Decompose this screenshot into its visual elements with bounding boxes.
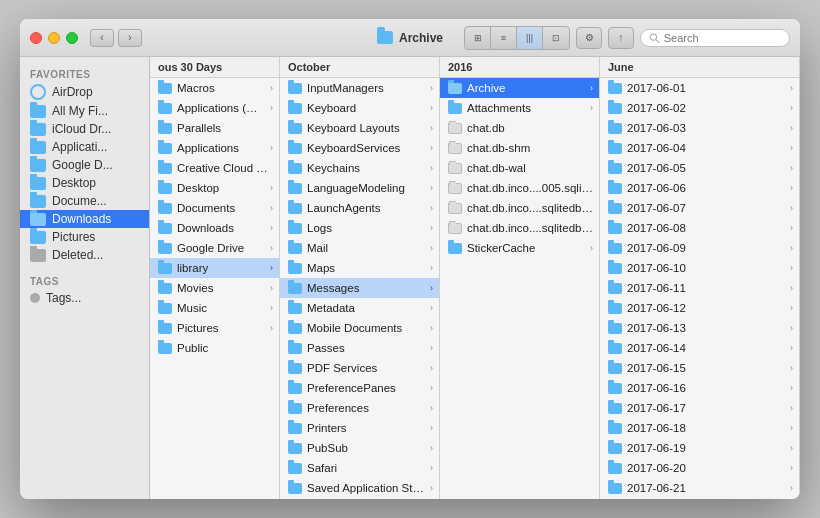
list-item[interactable]: 2017-06-13 › bbox=[600, 318, 799, 338]
item-label: Safari bbox=[307, 462, 425, 474]
list-item[interactable]: 2017-06-19 › bbox=[600, 438, 799, 458]
list-item[interactable]: 2017-06-12 › bbox=[600, 298, 799, 318]
sidebar-item-desktop[interactable]: Desktop bbox=[20, 174, 149, 192]
list-item[interactable]: Macros › bbox=[150, 78, 279, 98]
share-button[interactable]: ↑ bbox=[608, 27, 634, 49]
sidebar-item-tags[interactable]: Tags... bbox=[20, 289, 149, 307]
list-item[interactable]: Movies › bbox=[150, 278, 279, 298]
list-item[interactable]: Attachments › bbox=[440, 98, 599, 118]
list-item[interactable]: Keychains › bbox=[280, 158, 439, 178]
list-item[interactable]: 2017-06-21 › bbox=[600, 478, 799, 498]
list-item[interactable]: 2017-06-14 › bbox=[600, 338, 799, 358]
list-item[interactable]: 2017-06-15 › bbox=[600, 358, 799, 378]
list-item[interactable]: chat.db-wal bbox=[440, 158, 599, 178]
maximize-button[interactable] bbox=[66, 32, 78, 44]
list-item[interactable]: Passes › bbox=[280, 338, 439, 358]
list-item[interactable]: chat.db-shm bbox=[440, 138, 599, 158]
cover-view-button[interactable]: ⊡ bbox=[543, 27, 569, 49]
search-box[interactable] bbox=[640, 29, 790, 47]
list-item[interactable]: 2017-06-04 › bbox=[600, 138, 799, 158]
list-item[interactable]: 2017-06-17 › bbox=[600, 398, 799, 418]
list-item[interactable]: 2017-06-16 › bbox=[600, 378, 799, 398]
action-button[interactable]: ⚙ bbox=[576, 27, 602, 49]
list-item[interactable]: Screen Savers › bbox=[280, 498, 439, 499]
list-item[interactable]: 2017-06-07 › bbox=[600, 198, 799, 218]
list-item[interactable]: chat.db bbox=[440, 118, 599, 138]
list-item[interactable]: 2017-06-05 › bbox=[600, 158, 799, 178]
list-item[interactable]: Parallels bbox=[150, 118, 279, 138]
list-item[interactable]: Applications (Parallels) › bbox=[150, 98, 279, 118]
list-item[interactable]: 2017-06-10 › bbox=[600, 258, 799, 278]
list-item[interactable]: Pictures › bbox=[150, 318, 279, 338]
list-item[interactable]: Desktop › bbox=[150, 178, 279, 198]
list-item[interactable]: KeyboardServices › bbox=[280, 138, 439, 158]
list-item[interactable]: Public bbox=[150, 338, 279, 358]
list-view-button[interactable]: ≡ bbox=[491, 27, 517, 49]
list-item[interactable]: 2017-06-22 › bbox=[600, 498, 799, 499]
list-item[interactable]: 2017-06-08 › bbox=[600, 218, 799, 238]
list-item[interactable]: chat.db.inco....sqlitedb-shm bbox=[440, 198, 599, 218]
list-item[interactable]: library › bbox=[150, 258, 279, 278]
list-item[interactable]: Keyboard Layouts › bbox=[280, 118, 439, 138]
icon-view-button[interactable]: ⊞ bbox=[465, 27, 491, 49]
list-item[interactable]: Downloads › bbox=[150, 218, 279, 238]
list-item[interactable]: 2017-06-06 › bbox=[600, 178, 799, 198]
sidebar-item-deleted[interactable]: Deleted... bbox=[20, 246, 149, 264]
list-item[interactable]: LaunchAgents › bbox=[280, 198, 439, 218]
sidebar-item-google-drive[interactable]: Google D... bbox=[20, 156, 149, 174]
list-item[interactable]: Maps › bbox=[280, 258, 439, 278]
sidebar-item-documents[interactable]: Docume... bbox=[20, 192, 149, 210]
close-button[interactable] bbox=[30, 32, 42, 44]
list-item[interactable]: Printers › bbox=[280, 418, 439, 438]
list-item[interactable]: Logs › bbox=[280, 218, 439, 238]
list-item[interactable]: 2017-06-20 › bbox=[600, 458, 799, 478]
list-item[interactable]: Metadata › bbox=[280, 298, 439, 318]
forward-button[interactable]: › bbox=[118, 29, 142, 47]
list-item[interactable]: LanguageModeling › bbox=[280, 178, 439, 198]
list-item[interactable]: Archive › bbox=[440, 78, 599, 98]
back-button[interactable]: ‹ bbox=[90, 29, 114, 47]
list-item[interactable]: Mobile Documents › bbox=[280, 318, 439, 338]
list-item[interactable]: 2017-06-09 › bbox=[600, 238, 799, 258]
list-item[interactable]: 2017-06-11 › bbox=[600, 278, 799, 298]
list-item[interactable]: 2017-06-03 › bbox=[600, 118, 799, 138]
list-item[interactable]: Music › bbox=[150, 298, 279, 318]
sidebar-item-icloud[interactable]: iCloud Dr... bbox=[20, 120, 149, 138]
list-item[interactable]: chat.db.inco....sqlitedb-wal bbox=[440, 218, 599, 238]
list-item[interactable]: Google Drive › bbox=[150, 238, 279, 258]
list-item[interactable]: PreferencePanes › bbox=[280, 378, 439, 398]
list-item[interactable]: 2017-06-01 › bbox=[600, 78, 799, 98]
list-item[interactable]: StickerCache › bbox=[440, 238, 599, 258]
list-item[interactable]: Saved Application State › bbox=[280, 478, 439, 498]
list-item[interactable]: Applications › bbox=[150, 138, 279, 158]
item-label: Public bbox=[177, 342, 273, 354]
chevron-right-icon: › bbox=[790, 483, 793, 493]
list-item[interactable]: chat.db.inco....005.sqlitedb bbox=[440, 178, 599, 198]
minimize-button[interactable] bbox=[48, 32, 60, 44]
list-item[interactable]: Documents › bbox=[150, 198, 279, 218]
chevron-right-icon: › bbox=[270, 103, 273, 113]
list-item[interactable]: InputManagers › bbox=[280, 78, 439, 98]
list-item[interactable]: Keyboard › bbox=[280, 98, 439, 118]
folder-icon bbox=[608, 483, 622, 494]
list-item[interactable]: Creative Cloud Files bbox=[150, 158, 279, 178]
sidebar-item-pictures[interactable]: Pictures bbox=[20, 228, 149, 246]
chevron-right-icon: › bbox=[790, 243, 793, 253]
column-view-button[interactable]: ||| bbox=[517, 27, 543, 49]
list-item[interactable]: Mail › bbox=[280, 238, 439, 258]
item-label: Movies bbox=[177, 282, 265, 294]
list-item[interactable]: 2017-06-02 › bbox=[600, 98, 799, 118]
list-item[interactable]: Safari › bbox=[280, 458, 439, 478]
list-item[interactable]: 2017-06-18 › bbox=[600, 418, 799, 438]
sidebar-item-all-my-files[interactable]: All My Fi... bbox=[20, 102, 149, 120]
sidebar-item-airdrop[interactable]: AirDrop bbox=[20, 82, 149, 102]
navigation-buttons: ‹ › bbox=[90, 29, 142, 47]
list-item[interactable]: Preferences › bbox=[280, 398, 439, 418]
sidebar-item-downloads[interactable]: Downloads bbox=[20, 210, 149, 228]
list-item[interactable]: PubSub › bbox=[280, 438, 439, 458]
item-label: Printers bbox=[307, 422, 425, 434]
sidebar-item-applications[interactable]: Applicati... bbox=[20, 138, 149, 156]
list-item[interactable]: PDF Services › bbox=[280, 358, 439, 378]
search-input[interactable] bbox=[664, 32, 781, 44]
list-item[interactable]: Messages › bbox=[280, 278, 439, 298]
